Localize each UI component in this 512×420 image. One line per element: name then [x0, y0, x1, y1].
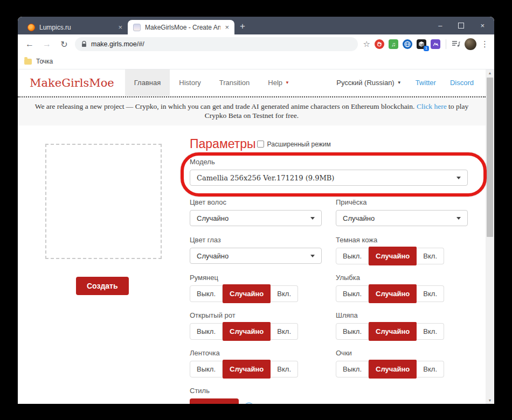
toggle-random-button[interactable]: Случайно	[223, 360, 271, 379]
back-icon[interactable]: ←	[23, 39, 36, 49]
site-nav: Главная History Transition Help ▼	[125, 69, 299, 96]
window-controls: – ×	[438, 17, 490, 34]
slider-track[interactable]	[254, 404, 378, 404]
profile-avatar[interactable]	[465, 38, 476, 50]
scroll-down-icon[interactable]: ▼	[488, 397, 492, 404]
hair-color-select[interactable]: Случайно	[190, 210, 322, 226]
minimize-button[interactable]: –	[438, 22, 442, 30]
advanced-mode-label: Расширенный режим	[267, 141, 331, 148]
tab-title: Lumpics.ru	[39, 24, 114, 31]
address-bar[interactable]: make.girls.moe/#/	[75, 37, 358, 51]
chrome-menu-icon[interactable]: ⋮	[481, 39, 489, 49]
page-content: MakeGirlsMoe Главная History Transition …	[18, 69, 494, 404]
reload-icon[interactable]: ↻	[58, 39, 71, 50]
scrollbar-thumb[interactable]	[487, 78, 493, 237]
generator-main: Создать Параметры Расширенный режим Моде…	[18, 125, 486, 404]
toggle-random-button[interactable]: Случайно	[223, 284, 271, 303]
new-tab-button[interactable]: +	[240, 21, 245, 32]
globe-extension-icon[interactable]	[403, 39, 412, 49]
param-field-eye-color: Цвет глаз Случайно	[190, 236, 322, 274]
advanced-mode-toggle[interactable]: Расширенный режим	[257, 141, 331, 148]
discord-link[interactable]: Discord	[450, 79, 474, 87]
toggle-random-button[interactable]: Случайно	[369, 322, 417, 341]
chevron-down-icon: ▼	[397, 80, 402, 85]
page-scrollbar[interactable]: ▲ ▼	[486, 69, 494, 404]
tab-strip: Lumpics.ru × MakeGirlsMoe - Create Anime…	[18, 17, 494, 34]
toggle-on-button[interactable]: Вкл.	[417, 323, 444, 340]
purple-extension-icon[interactable]	[431, 39, 440, 49]
ribbon-toggle: Выкл. Случайно Вкл.	[190, 361, 298, 377]
language-selector[interactable]: Русский (Russian) ▼	[336, 79, 401, 87]
param-field-blush: Румянец Выкл. Случайно Вкл.	[190, 274, 322, 311]
model-select-value: Camellia 256x256 Ver.171219 (9.9MB)	[197, 174, 334, 182]
hat-toggle: Выкл. Случайно Вкл.	[336, 323, 444, 340]
close-button[interactable]: ×	[480, 22, 485, 30]
param-field-glasses: Очки Выкл. Случайно Вкл.	[336, 349, 468, 387]
maximize-button[interactable]	[458, 23, 464, 29]
lumpics-favicon-icon	[27, 24, 35, 31]
toggle-off-button[interactable]: Выкл.	[336, 285, 369, 302]
slider-handle[interactable]	[244, 402, 254, 404]
adblock-extension-icon[interactable]	[375, 39, 384, 49]
lock-icon	[81, 41, 87, 47]
hairstyle-select[interactable]: Случайно	[336, 210, 468, 226]
toggle-on-button[interactable]: Вкл.	[271, 361, 298, 377]
toggle-random-button[interactable]: Случайно	[223, 322, 271, 341]
field-label: Модель	[190, 158, 468, 166]
toggle-on-button[interactable]: Вкл.	[417, 361, 444, 377]
bookmark-star-icon[interactable]: ☆	[363, 39, 370, 49]
model-select[interactable]: Camellia 256x256 Ver.171219 (9.9MB)	[190, 170, 468, 186]
nav-item-home[interactable]: Главная	[125, 69, 170, 96]
browser-toolbar: ← → ↻ make.girls.moe/#/ ☆ ♫ 1 ⋮	[18, 34, 494, 54]
nav-item-help[interactable]: Help ▼	[259, 69, 299, 96]
forward-icon[interactable]: →	[40, 39, 53, 49]
tab-lumpics[interactable]: Lumpics.ru ×	[22, 20, 128, 34]
toggle-on-button[interactable]: Вкл.	[271, 323, 298, 340]
style-random-button[interactable]: Случайно	[190, 398, 239, 404]
param-field-hair-color: Цвет волос Случайно	[190, 198, 322, 236]
toggle-on-button[interactable]: Вкл.	[417, 248, 444, 264]
chevron-down-icon: ▼	[285, 80, 289, 85]
preview-pane: Создать	[18, 125, 190, 404]
toggle-off-button[interactable]: Выкл.	[190, 285, 223, 302]
banner-link[interactable]: Click here	[417, 102, 447, 110]
toggle-off-button[interactable]: Выкл.	[336, 248, 369, 264]
tab-close-icon[interactable]: ×	[118, 23, 122, 31]
style-slider[interactable]	[244, 402, 468, 404]
cube-extension-icon[interactable]: 1	[417, 39, 426, 49]
chevron-down-icon	[456, 217, 461, 220]
open-mouth-toggle: Выкл. Случайно Вкл.	[190, 323, 298, 340]
folder-icon	[24, 59, 32, 65]
advanced-mode-checkbox[interactable]	[257, 141, 264, 148]
media-queue-icon[interactable]	[452, 40, 460, 49]
param-field-hat: Шляпа Выкл. Случайно Вкл.	[336, 311, 468, 349]
bookmark-item[interactable]: Точка	[36, 58, 53, 65]
site-header: MakeGirlsMoe Главная History Transition …	[18, 69, 486, 96]
smile-toggle: Выкл. Случайно Вкл.	[336, 285, 444, 302]
eye-color-select[interactable]: Случайно	[190, 248, 322, 264]
tab-close-icon[interactable]: ×	[225, 23, 229, 31]
param-field-hairstyle: Причёска Случайно	[336, 198, 468, 236]
nav-item-history[interactable]: History	[170, 69, 210, 96]
site-logo[interactable]: MakeGirlsMoe	[30, 76, 114, 89]
nav-item-transition[interactable]: Transition	[210, 69, 259, 96]
toggle-on-button[interactable]: Вкл.	[417, 285, 444, 302]
extension-badge: 1	[424, 46, 429, 51]
create-button[interactable]: Создать	[76, 277, 129, 295]
toggle-random-button[interactable]: Случайно	[369, 247, 417, 265]
toggle-off-button[interactable]: Выкл.	[336, 361, 369, 377]
music-extension-icon[interactable]: ♫	[389, 39, 398, 49]
twitter-link[interactable]: Twitter	[416, 79, 436, 87]
tab-makegirlsmoe[interactable]: MakeGirlsMoe - Create Anime Ch ×	[128, 20, 234, 34]
url-text[interactable]: make.girls.moe/#/	[91, 40, 144, 48]
params-grid: Цвет волос Случайно Причёска Случайно	[190, 198, 468, 387]
model-block: Модель Camellia 256x256 Ver.171219 (9.9M…	[190, 158, 468, 186]
scroll-up-icon[interactable]: ▲	[488, 69, 492, 76]
browser-window: Lumpics.ru × MakeGirlsMoe - Create Anime…	[18, 17, 494, 404]
toggle-off-button[interactable]: Выкл.	[336, 323, 369, 340]
toggle-random-button[interactable]: Случайно	[369, 360, 417, 379]
toggle-off-button[interactable]: Выкл.	[190, 361, 223, 377]
toggle-off-button[interactable]: Выкл.	[190, 323, 223, 340]
toggle-on-button[interactable]: Вкл.	[271, 285, 298, 302]
toggle-random-button[interactable]: Случайно	[369, 284, 417, 303]
